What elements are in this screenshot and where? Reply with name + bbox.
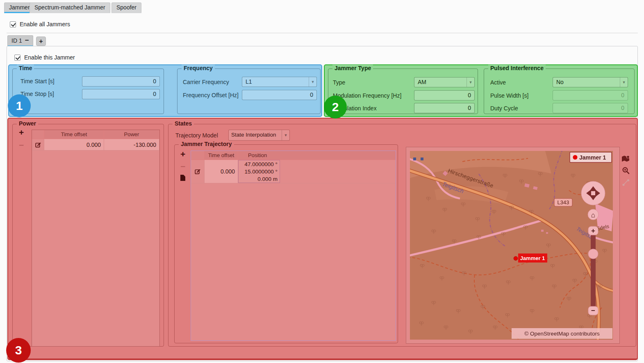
power-header-power: Power (104, 130, 159, 139)
chevron-down-icon: ▾ (467, 78, 474, 87)
edit-row-button[interactable] (32, 139, 44, 151)
zoom-in-button[interactable]: + (588, 226, 598, 235)
trajectory-header-icon-cell (191, 151, 205, 160)
frequency-offset-input[interactable]: 0 (242, 90, 317, 100)
time-stop-input[interactable]: 0 (82, 89, 160, 99)
enable-all-jammers-label: Enable all Jammers (20, 21, 70, 27)
jammer-id-label: ID 1 (11, 37, 22, 44)
position-value-block: 47.0000000 ° 15.0000000 ° 0.000 m (238, 160, 280, 183)
carrier-frequency-label: Carrier Frequency (183, 79, 229, 85)
openstreetmap-view[interactable]: L343 Hirscheggerstraße Teigitsch Teigits… (410, 151, 613, 340)
power-add-row-button[interactable]: + (19, 128, 24, 137)
power-row-power: -130.000 (104, 139, 159, 151)
pulsed-interference-group-title: Pulsed Interference (488, 65, 546, 71)
jammer-type-group-title: Jammer Type (332, 65, 373, 71)
carrier-frequency-value: L1 (246, 78, 252, 85)
type-label: Type (333, 79, 345, 86)
edit-icon (195, 169, 200, 174)
jammer-config-window: Jammer Spectrum-matched Jammer Spoofer E… (0, 0, 644, 363)
home-icon: ⌂ (591, 211, 595, 219)
enable-all-jammers-checkbox[interactable]: Enable all Jammers (10, 21, 70, 27)
duty-cycle-input: 0 (553, 103, 628, 113)
modulation-index-input[interactable]: 0 (414, 103, 475, 113)
pulse-width-label: Pulse Width [s] (490, 92, 528, 99)
map-layers-icon[interactable] (621, 155, 630, 163)
active-label: Active (490, 79, 506, 86)
zoom-slider-handle[interactable] (588, 249, 598, 259)
route-icon (622, 178, 630, 187)
svg-text:L343: L343 (558, 199, 569, 205)
map-marker-square (421, 158, 423, 160)
chevron-down-icon: ▾ (620, 78, 628, 87)
svg-text:+: + (591, 227, 595, 235)
trajectory-model-label: Trajectory Model (175, 132, 218, 139)
map-marker-square (413, 158, 416, 160)
map-pan-control[interactable] (581, 181, 605, 205)
position-longitude: 15.0000000 ° (239, 168, 278, 176)
trajectory-table-row[interactable]: 0.000 47.0000000 ° 15.0000000 ° 0.000 m (191, 160, 396, 183)
add-jammer-button[interactable]: + (36, 37, 46, 46)
time-start-input[interactable]: 0 (82, 76, 160, 87)
frequency-group-title: Frequency (182, 65, 215, 71)
jammer-type-select[interactable]: AM ▾ (414, 77, 475, 87)
duty-cycle-label: Duty Cycle (490, 105, 518, 112)
position-latitude: 47.0000000 ° (239, 161, 278, 168)
trajectory-remove-row-button[interactable]: − (180, 162, 185, 171)
edit-row-button[interactable] (191, 160, 205, 183)
svg-text:Jammer 1: Jammer 1 (579, 154, 606, 161)
position-altitude: 0.000 m (239, 176, 278, 183)
carrier-frequency-select[interactable]: L1 ▾ (242, 77, 317, 87)
enable-this-jammer-checkbox[interactable]: Enable this Jammer (14, 54, 75, 61)
time-group-title: Time (17, 65, 34, 71)
trajectory-table: Time offset Position 0.000 47.0000000 ° … (191, 151, 396, 341)
states-group-title: States (173, 120, 194, 127)
jammer-id-tab[interactable]: ID 1 − (7, 35, 33, 47)
pulse-width-input: 0 (553, 90, 628, 100)
separator (7, 33, 638, 33)
trajectory-row-time-offset: 0.000 (205, 160, 238, 183)
enable-this-jammer-label: Enable this Jammer (24, 54, 75, 61)
svg-text:Jammer 1: Jammer 1 (520, 255, 545, 261)
svg-text:© OpenStreetMap contributors: © OpenStreetMap contributors (524, 331, 600, 337)
zoom-slider-track[interactable] (591, 235, 596, 307)
pulsed-active-select[interactable]: No ▾ (553, 77, 628, 87)
annotation-badge-2: 2 (324, 96, 347, 119)
svg-text:−: − (591, 307, 595, 315)
power-table-header: Time offset Power (32, 130, 159, 139)
zoom-in-icon[interactable] (622, 167, 630, 175)
power-group-title: Power (17, 120, 38, 127)
legend-dot-icon (573, 155, 578, 160)
route-badge: L343 (554, 199, 572, 206)
chevron-down-icon: ▾ (282, 130, 289, 140)
jammer-marker-label: Jammer 1 (518, 253, 547, 263)
annotation-badge-3: 3 (6, 338, 31, 363)
zoom-out-button[interactable]: − (588, 306, 598, 315)
jammer-type-value: AM (418, 79, 426, 85)
power-header-icon-cell (32, 130, 44, 139)
power-table: Time offset Power 0.000 -130.000 (32, 130, 160, 347)
checkbox-checked-icon (14, 55, 20, 61)
trajectory-model-select[interactable]: State Interpolation ▾ (228, 130, 290, 141)
power-row-time-offset: 0.000 (44, 139, 104, 151)
map-attribution: © OpenStreetMap contributors (512, 328, 612, 339)
power-table-row[interactable]: 0.000 -130.000 (32, 139, 159, 151)
trajectory-header-position: Position (238, 151, 396, 160)
power-header-time-offset: Time offset (44, 130, 104, 139)
tab-spectrum-matched-jammer[interactable]: Spectrum-matched Jammer (30, 2, 110, 13)
trajectory-table-header: Time offset Position (191, 151, 396, 160)
jammer-marker-dot (514, 256, 518, 260)
power-remove-row-button[interactable]: − (19, 141, 24, 149)
modulation-frequency-label: Modulation Frequency [Hz] (333, 92, 401, 99)
trajectory-add-row-button[interactable]: + (180, 150, 185, 158)
map-home-button[interactable]: ⌂ (588, 209, 598, 220)
trajectory-header-time-offset: Time offset (205, 151, 238, 160)
edit-icon (35, 142, 41, 148)
trajectory-row-position-cell: 47.0000000 ° 15.0000000 ° 0.000 m (238, 160, 396, 183)
modulation-frequency-input[interactable]: 0 (414, 90, 475, 100)
tab-spoofer[interactable]: Spoofer (112, 2, 141, 13)
frequency-offset-label: Frequency Offset [Hz] (183, 92, 239, 98)
time-start-label: Time Start [s] (20, 78, 55, 84)
jammer-trajectory-group-title: Jammer Trajectory (179, 141, 234, 147)
import-file-icon[interactable] (180, 175, 185, 181)
remove-jammer-icon[interactable]: − (25, 38, 29, 43)
